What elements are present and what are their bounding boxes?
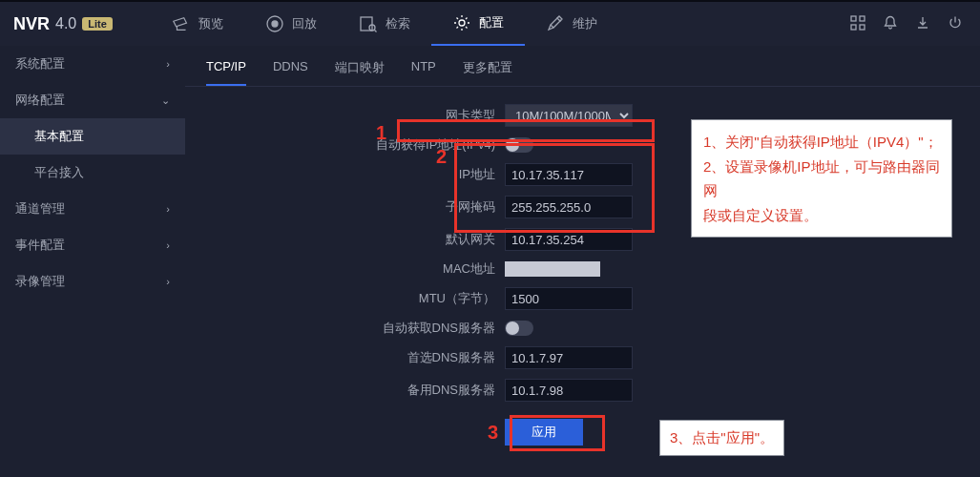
main-panel: TCP/IPDDNS端口映射NTP更多配置 网卡类型 10M/100M/1000… <box>185 46 980 477</box>
nav-gear[interactable]: 配置 <box>431 2 525 46</box>
annotation-tip-box: 1、关闭"自动获得IP地址（IPV4）"； 2、设置录像机IP地址，可与路由器同… <box>691 119 952 238</box>
sidebar-item[interactable]: 通道管理› <box>0 191 185 227</box>
svg-rect-2 <box>361 17 372 31</box>
nav-play[interactable]: 回放 <box>244 2 338 46</box>
chevron-right-icon: › <box>166 276 170 287</box>
subtabs: TCP/IPDDNS端口映射NTP更多配置 <box>185 46 980 87</box>
sidebar-item[interactable]: 录像管理› <box>0 263 185 300</box>
svg-point-4 <box>459 20 465 26</box>
top-nav: 预览回放检索配置维护 <box>151 2 618 46</box>
nav-search[interactable]: 检索 <box>338 2 431 46</box>
annotation-apply-box: 3、点击"应用"。 <box>659 420 784 456</box>
chevron-down-icon: ⌄ <box>161 94 170 107</box>
svg-rect-5 <box>851 16 856 21</box>
svg-rect-8 <box>860 25 865 30</box>
camera-icon <box>172 14 191 33</box>
power-icon[interactable] <box>948 15 963 33</box>
gw-label: 默认网关 <box>185 231 505 248</box>
gear-icon <box>452 13 471 32</box>
nav-camera[interactable]: 预览 <box>151 2 244 46</box>
sidebar-item[interactable]: 系统配置› <box>0 46 185 82</box>
subtab-ntp[interactable]: NTP <box>411 59 436 86</box>
grid-view-icon[interactable] <box>850 15 865 33</box>
mac-field <box>505 261 600 277</box>
subtab-端口映射[interactable]: 端口映射 <box>335 59 385 86</box>
wrench-icon <box>546 14 565 33</box>
dns2-input[interactable] <box>505 379 633 402</box>
logo-text: NVR <box>13 14 50 34</box>
subtab-ddns[interactable]: DDNS <box>273 59 308 86</box>
dns-auto-label: 自动获取DNS服务器 <box>185 320 505 337</box>
dns1-label: 首选DNS服务器 <box>185 349 505 366</box>
network-form: 网卡类型 10M/100M/1000M自适应 自动获得IP地址(IPv4) IP… <box>185 87 980 446</box>
logo: NVR 4.0 Lite <box>13 14 113 34</box>
annotation-rect-1 <box>397 119 655 142</box>
sidebar-item[interactable]: 平台接入 <box>0 155 185 191</box>
subtab-tcp/ip[interactable]: TCP/IP <box>206 59 246 86</box>
header-right-icons <box>850 15 963 33</box>
mac-label: MAC地址 <box>185 260 505 278</box>
top-header: NVR 4.0 Lite 预览回放检索配置维护 <box>0 0 980 46</box>
dns2-label: 备用DNS服务器 <box>185 382 505 399</box>
svg-rect-6 <box>860 16 865 21</box>
chevron-right-icon: › <box>166 58 170 70</box>
download-icon[interactable] <box>915 15 930 33</box>
logo-version: 4.0 <box>55 15 76 32</box>
sidebar-item[interactable]: 网络配置⌄ <box>0 82 185 118</box>
search-icon <box>359 14 378 33</box>
chevron-right-icon: › <box>166 203 170 215</box>
sidebar-item[interactable]: 事件配置› <box>0 227 185 263</box>
sidebar-item[interactable]: 基本配置 <box>0 118 185 155</box>
sidebar: 系统配置›网络配置⌄基本配置平台接入通道管理›事件配置›录像管理› <box>0 46 185 477</box>
annotation-number-1: 1 <box>376 122 386 144</box>
mtu-input[interactable] <box>505 287 633 310</box>
mtu-label: MTU（字节） <box>185 290 505 307</box>
logo-lite-badge: Lite <box>82 17 113 31</box>
dns-auto-toggle[interactable] <box>505 321 533 336</box>
annotation-number-3: 3 <box>488 422 498 444</box>
nav-wrench[interactable]: 维护 <box>525 2 618 46</box>
annotation-number-2: 2 <box>436 146 447 168</box>
play-icon <box>265 14 284 33</box>
annotation-rect-3 <box>510 415 605 451</box>
bell-icon[interactable] <box>883 15 898 33</box>
subtab-更多配置[interactable]: 更多配置 <box>463 59 512 86</box>
body: 系统配置›网络配置⌄基本配置平台接入通道管理›事件配置›录像管理› TCP/IP… <box>0 46 980 477</box>
chevron-right-icon: › <box>166 239 170 251</box>
dns1-input[interactable] <box>505 346 633 369</box>
svg-point-1 <box>272 21 278 27</box>
svg-rect-7 <box>851 25 856 30</box>
annotation-rect-2 <box>454 143 655 233</box>
